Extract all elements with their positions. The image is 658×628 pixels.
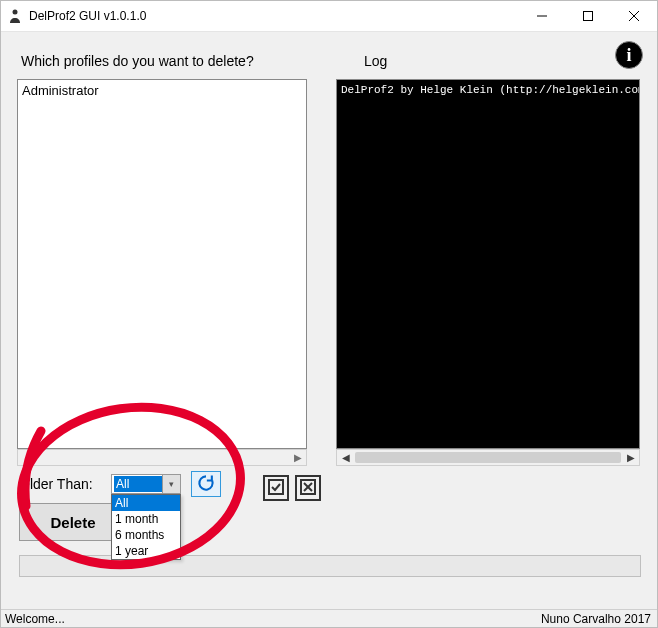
refresh-icon	[196, 473, 216, 496]
statusbar: Welcome... Nuno Carvalho 2017	[1, 609, 657, 627]
log-output[interactable]: DelProf2 by Helge Klein (http://helgekle…	[336, 79, 640, 449]
dropdown-arrow-icon[interactable]: ▾	[162, 475, 180, 493]
client-area: Which profiles do you want to delete? Lo…	[1, 31, 657, 609]
app-icon	[7, 8, 23, 24]
scroll-right-icon[interactable]: ▶	[289, 450, 306, 465]
svg-point-0	[13, 10, 18, 15]
profile-item[interactable]: Administrator	[22, 82, 302, 99]
dropdown-option[interactable]: All	[112, 495, 180, 511]
delete-button-label: Delete	[50, 514, 95, 531]
older-than-combobox[interactable]: All ▾	[111, 474, 181, 494]
maximize-button[interactable]	[565, 1, 611, 31]
scrollbar-thumb[interactable]	[355, 452, 621, 463]
log-section-label: Log	[364, 53, 387, 69]
svg-rect-5	[269, 480, 283, 494]
info-button[interactable]: i	[615, 41, 643, 69]
dropdown-option[interactable]: 1 month	[112, 511, 180, 527]
svg-rect-2	[584, 12, 593, 21]
status-credit: Nuno Carvalho 2017	[541, 612, 657, 626]
scroll-right-icon[interactable]: ▶	[622, 450, 639, 465]
dropdown-option[interactable]: 1 year	[112, 543, 180, 559]
log-hscrollbar[interactable]: ◀ ▶	[336, 449, 640, 466]
older-than-label: Older Than:	[19, 476, 93, 492]
older-than-selected: All	[114, 476, 162, 492]
dropdown-option[interactable]: 6 months	[112, 527, 180, 543]
deselect-all-button[interactable]	[295, 475, 321, 501]
profiles-hscrollbar[interactable]: ▶	[17, 449, 307, 466]
app-window: DelProf2 GUI v1.0.1.0 Which profiles do …	[0, 0, 658, 628]
status-text: Welcome...	[1, 612, 541, 626]
scroll-left-icon[interactable]: ◀	[337, 450, 354, 465]
minimize-button[interactable]	[519, 1, 565, 31]
refresh-button[interactable]	[191, 471, 221, 497]
profiles-listbox[interactable]: Administrator	[17, 79, 307, 449]
check-icon	[268, 479, 284, 498]
select-all-button[interactable]	[263, 475, 289, 501]
profiles-section-label: Which profiles do you want to delete?	[21, 53, 254, 69]
titlebar: DelProf2 GUI v1.0.1.0	[1, 1, 657, 32]
close-button[interactable]	[611, 1, 657, 31]
x-icon	[300, 479, 316, 498]
window-title: DelProf2 GUI v1.0.1.0	[29, 9, 146, 23]
info-icon: i	[626, 45, 631, 66]
older-than-dropdown[interactable]: All 1 month 6 months 1 year	[111, 494, 181, 560]
